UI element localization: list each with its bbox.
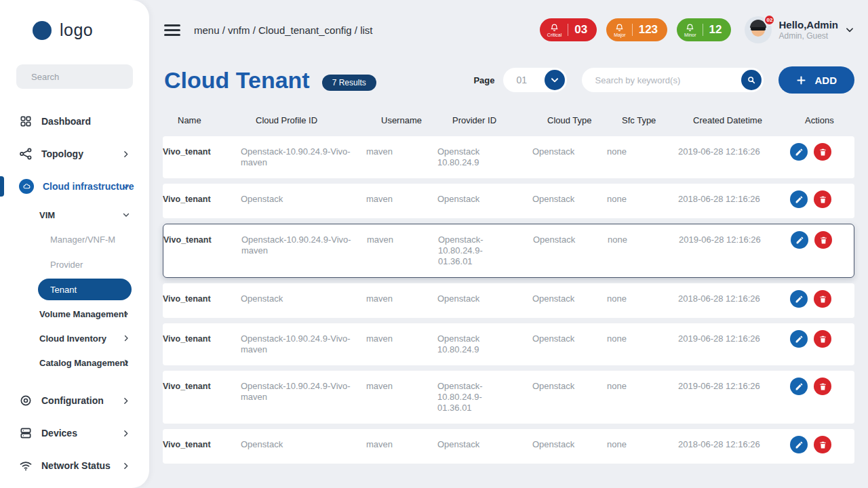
cell-cloud-profile-id: Openstack-10.90.24.9-Vivo-maven <box>241 146 366 168</box>
avatar: 02 <box>745 16 772 43</box>
delete-button[interactable] <box>814 143 831 161</box>
cloud-icon <box>19 179 34 194</box>
sidebar-item-manager-vnfm[interactable]: Manager/VNF-M <box>0 227 149 252</box>
table-row[interactable]: Vivo_tenant Openstack maven Openstack Op… <box>163 283 854 318</box>
cell-provider-id: Openstack <box>437 194 532 205</box>
search-icon <box>747 75 756 85</box>
cell-name: Vivo_tenant <box>163 235 241 245</box>
add-button-label: ADD <box>815 75 837 86</box>
pencil-icon <box>795 195 804 204</box>
table-row[interactable]: Vivo_tenant Openstack-10.90.24.9-Vivo-ma… <box>163 136 854 178</box>
cell-username: maven <box>366 333 437 344</box>
delete-button[interactable] <box>814 330 831 348</box>
cell-username: maven <box>366 381 437 392</box>
table-row[interactable]: Vivo_tenant Openstack maven Openstack Op… <box>163 184 854 218</box>
sidebar-item-provider[interactable]: Provider <box>0 252 149 277</box>
page-select[interactable]: 01 <box>503 68 567 92</box>
sidebar-item-cloud-infrastructure[interactable]: Cloud infrastructure <box>0 170 149 203</box>
cell-sfc-type: none <box>607 194 678 205</box>
sidebar-item-label: Network Status <box>41 460 111 471</box>
chevron-right-icon <box>122 334 130 342</box>
chevron-down-icon[interactable] <box>845 25 854 35</box>
results-badge: 7 Results <box>322 75 376 91</box>
cell-username: maven <box>367 235 438 245</box>
trash-icon <box>818 148 827 157</box>
cell-name: Vivo_tenant <box>163 293 241 304</box>
search-button[interactable] <box>741 70 762 90</box>
alert-count: 03 <box>574 23 587 37</box>
bell-icon <box>615 23 624 32</box>
cell-cloud-profile-id: Openstack-10.90.24.9-Vivo-maven <box>241 381 366 403</box>
pencil-icon <box>795 382 804 391</box>
cell-cloud-profile-id: Openstack-10.90.24.9-Vivo-maven <box>241 333 366 355</box>
table-row[interactable]: Vivo_tenant Openstack-10.90.24.9-Vivo-ma… <box>163 323 854 365</box>
sidebar-item-tenant[interactable]: Tenant <box>38 279 132 300</box>
edit-button[interactable] <box>790 330 808 348</box>
alert-label: Minor <box>684 33 696 37</box>
keyword-search-input[interactable] <box>582 75 764 85</box>
user-menu[interactable]: 02 Hello,Admin Admin, Guest <box>745 16 854 43</box>
edit-button[interactable] <box>790 436 808 453</box>
table-row[interactable]: Vivo_tenant Openstack maven Openstack Op… <box>163 429 854 464</box>
edit-button[interactable] <box>790 143 808 161</box>
edit-button[interactable] <box>790 290 808 308</box>
sidebar-item-label: Tenant <box>50 285 77 295</box>
sidebar-item-cloud-inventory[interactable]: Cloud Inventory <box>0 326 149 350</box>
sidebar-search[interactable] <box>16 64 133 89</box>
devices-icon <box>19 426 33 440</box>
sidebar-item-dashboard[interactable]: Dashboard <box>0 105 149 138</box>
table-header: Name Cloud Profile ID Username Provider … <box>163 111 854 136</box>
breadcrumb[interactable]: menu / vnfm / Cloud_tenant_config / list <box>194 24 372 36</box>
menu-icon[interactable] <box>164 24 180 36</box>
cell-created-datetime: 2018-06-28 12:16:26 <box>678 293 790 304</box>
cell-provider-id: Openstack 10.80.24.9 <box>437 333 532 355</box>
sidebar-item-vim[interactable]: VIM <box>0 203 149 227</box>
keyword-search[interactable] <box>582 68 764 92</box>
sidebar-item-volume-management[interactable]: Volume Management <box>0 302 149 326</box>
user-text: Hello,Admin Admin, Guest <box>778 19 838 41</box>
cell-username: maven <box>366 146 437 157</box>
delete-button[interactable] <box>814 190 831 208</box>
cell-cloud-type: Openstack <box>533 235 608 245</box>
table-row-selected[interactable]: Vivo_tenant Openstack-10.90.24.9-Vivo-ma… <box>163 224 854 278</box>
cell-cloud-type: Openstack <box>532 333 607 344</box>
cell-cloud-type: Openstack <box>532 194 607 205</box>
cell-provider-id: Openstack 10.80.24.9 <box>437 146 532 168</box>
page-dropdown-button[interactable] <box>545 70 565 90</box>
sidebar-item-network-status[interactable]: Network Status <box>0 449 149 482</box>
sidebar-search-input[interactable] <box>16 72 157 82</box>
divider <box>632 24 633 36</box>
alert-count: 12 <box>709 23 722 37</box>
sidebar-item-configuration[interactable]: Configuration <box>0 384 149 417</box>
bell-icon <box>550 23 559 32</box>
edit-button[interactable] <box>791 231 808 249</box>
chevron-right-icon <box>121 462 130 470</box>
delete-button[interactable] <box>814 231 832 249</box>
column-header: Name <box>178 115 256 125</box>
wifi-icon <box>19 459 33 472</box>
sidebar-item-devices[interactable]: Devices <box>0 417 149 449</box>
cell-username: maven <box>366 194 437 205</box>
trash-icon <box>818 295 827 304</box>
sidebar-item-topology[interactable]: Topology <box>0 138 149 170</box>
alert-critical[interactable]: Critical 03 <box>540 18 597 41</box>
add-button[interactable]: ADD <box>778 66 855 94</box>
edit-button[interactable] <box>790 190 808 208</box>
alert-major[interactable]: Major 123 <box>606 18 667 41</box>
edit-button[interactable] <box>790 378 808 395</box>
cell-name: Vivo_tenant <box>163 333 241 344</box>
delete-button[interactable] <box>814 290 831 308</box>
delete-button[interactable] <box>814 378 831 395</box>
delete-button[interactable] <box>814 436 831 453</box>
alert-minor[interactable]: Minor 12 <box>677 18 731 41</box>
cell-cloud-profile-id: Openstack <box>241 194 366 205</box>
cell-cloud-profile-id: Openstack <box>241 293 366 304</box>
sidebar-item-catalog-management[interactable]: Catalog Management <box>0 350 149 375</box>
active-indicator <box>0 176 4 197</box>
table-row[interactable]: Vivo_tenant Openstack-10.90.24.9-Vivo-ma… <box>163 371 854 424</box>
pencil-icon <box>795 335 804 344</box>
cell-name: Vivo_tenant <box>163 146 241 157</box>
pencil-icon <box>795 148 804 157</box>
trash-icon <box>818 382 827 391</box>
cell-created-datetime: 2018-06-28 12:16:26 <box>678 194 790 205</box>
